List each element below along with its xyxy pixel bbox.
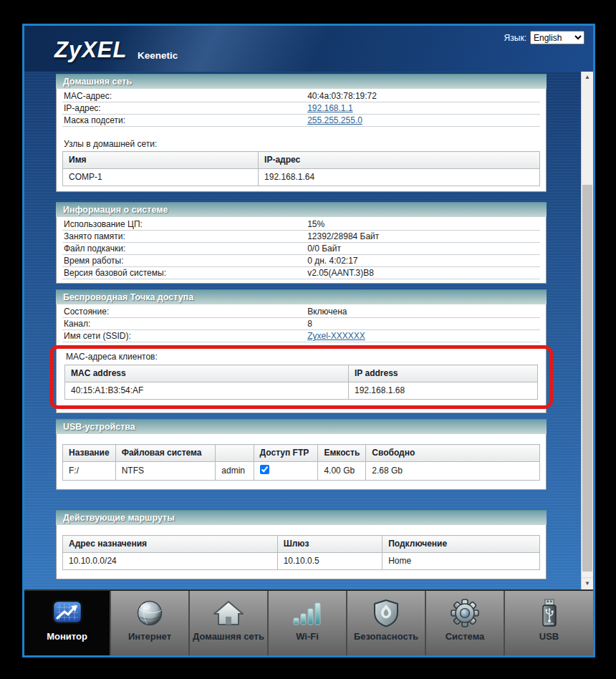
row-label: Файл подкачки: (62, 243, 307, 254)
section-usb-devices: USB-устройства Название Файловая система… (56, 419, 547, 490)
row-label: MAC-адрес: (62, 90, 307, 102)
section-title: Домашняя сеть (56, 74, 547, 89)
tab-security[interactable]: Безопасность (347, 591, 426, 655)
row-label: Канал: (62, 318, 307, 329)
column-header: Файловая система (115, 445, 216, 462)
info-row: Состояние: Включена (62, 306, 540, 318)
usb-capacity: 4.00 Gb (318, 462, 366, 481)
tab-label: Домашняя сеть (193, 631, 264, 642)
tab-label: Wi-Fi (296, 631, 319, 642)
row-label: Время работы: (62, 255, 307, 266)
row-label: Версия базовой системы: (62, 267, 307, 279)
hosts-table: Имя IP-адрес COMP-1 192.168.1.64 (62, 151, 540, 186)
scroll-up-button[interactable]: ▲ (582, 72, 593, 83)
home-network-icon (213, 597, 244, 630)
subnet-mask-link[interactable]: 255.255.255.0 (307, 115, 362, 125)
table-row: 40:15:A1:B3:54:AF 192.168.1.68 (65, 382, 538, 400)
tab-system[interactable]: Система (426, 591, 505, 655)
tab-label: Безопасность (354, 631, 418, 642)
column-header: Доступ FTP (254, 445, 318, 462)
client-mac: 40:15:A1:B3:54:AF (65, 382, 349, 400)
ip-address-link[interactable]: 192.168.1.1 (307, 103, 352, 113)
section-title: USB-устройства (56, 419, 547, 434)
bottom-nav: Монитор Интернет (24, 589, 593, 655)
usb-volume-name: F:/ (63, 462, 116, 481)
info-row: Имя сети (SSID): Zyxel-XXXXXX (62, 330, 540, 342)
info-row: Использование ЦП: 15% (62, 218, 540, 231)
section-title: Действующие маршруты (56, 510, 547, 525)
system-icon (450, 597, 480, 630)
vertical-scrollbar[interactable]: ▲ ▼ (581, 72, 593, 589)
table-row: 10.10.0.0/24 10.10.0.5 Home (63, 553, 540, 570)
security-icon (372, 597, 400, 630)
info-row: MAC-адрес: 40:4a:03:78:19:72 (62, 90, 540, 102)
cpu-usage-value: 15% (307, 218, 324, 230)
content-area: Домашняя сеть MAC-адрес: 40:4a:03:78:19:… (24, 72, 593, 589)
tab-label: Монитор (47, 631, 87, 642)
info-row: Файл подкачки: 0/0 Байт (62, 243, 540, 255)
section-home-network: Домашняя сеть MAC-адрес: 40:4a:03:78:19:… (56, 74, 547, 192)
column-header: Емкость (318, 445, 366, 462)
section-title: Беспроводная Точка доступа (56, 289, 547, 304)
hosts-label: Узлы в домашней сети: (62, 139, 540, 150)
clients-label: MAC-адреса клиентов: (64, 352, 538, 362)
zyxel-logo: ZyXEL (54, 37, 127, 63)
language-selector-group: Язык: English (504, 31, 584, 44)
usb-devices-table: Название Файловая система Доступ FTP Емк… (62, 444, 540, 481)
column-header: Свободно (366, 445, 540, 462)
model-name: Keenetic (138, 50, 178, 61)
info-row: Канал: 8 (62, 318, 540, 330)
language-label: Язык: (504, 33, 526, 43)
info-row: Занято памяти: 12392/28984 Байт (62, 231, 540, 243)
tab-monitor[interactable]: Монитор (24, 591, 111, 655)
info-row: IP-адрес: 192.168.1.1 (62, 102, 540, 115)
wifi-state-value: Включена (307, 306, 347, 317)
column-header: Адрес назначения (63, 536, 278, 553)
routes-table: Адрес назначения Шлюз Подключение 10.10.… (62, 535, 540, 570)
firmware-version-value: v2.05(AANT.3)B8 (307, 267, 374, 279)
host-name: COMP-1 (63, 169, 259, 186)
usb-free-space: 2.68 Gb (366, 462, 540, 481)
info-row: Время работы: 0 дн. 4:02:17 (62, 255, 540, 267)
section-wireless-ap: Беспроводная Точка доступа Состояние: Вк… (56, 289, 547, 413)
internet-icon (135, 597, 164, 630)
row-label: Использование ЦП: (62, 218, 307, 230)
column-header: MAC address (65, 365, 349, 382)
table-row: COMP-1 192.168.1.64 (63, 169, 540, 186)
row-label: IP-адрес: (62, 102, 307, 114)
uptime-value: 0 дн. 4:02:17 (307, 255, 357, 266)
tab-usb[interactable]: USB (505, 591, 593, 655)
ssid-link[interactable]: Zyxel-XXXXXX (307, 331, 365, 341)
language-select[interactable]: English (530, 31, 584, 44)
tab-home-network[interactable]: Домашняя сеть (190, 591, 269, 655)
column-header: IP address (349, 365, 538, 382)
host-ip: 192.168.1.64 (259, 169, 540, 186)
tab-label: Система (446, 631, 485, 642)
tab-label: USB (539, 631, 559, 642)
wifi-clients-table: MAC address IP address 40:15:A1:B3:54:AF… (64, 365, 538, 400)
wifi-channel-value: 8 (307, 318, 312, 329)
info-row: Версия базовой системы: v2.05(AANT.3)B8 (62, 267, 540, 279)
column-header: Название (63, 445, 116, 462)
route-gateway: 10.10.0.5 (277, 553, 382, 570)
row-label: Имя сети (SSID): (62, 330, 307, 342)
tab-label: Интернет (128, 631, 171, 642)
column-header: IP-адрес (259, 152, 540, 169)
usb-filesystem: NTFS (115, 462, 216, 481)
table-row: F:/ NTFS admin 4.00 Gb 2.68 Gb (63, 462, 540, 481)
router-admin-window: ZyXEL Keenetic Язык: English Домашняя се… (22, 24, 595, 658)
row-label: Состояние: (62, 306, 307, 317)
red-highlight-annotation: MAC-адреса клиентов: MAC address IP addr… (49, 345, 553, 409)
scrollbar-thumb[interactable] (582, 185, 592, 572)
section-title: Информация о системе (56, 202, 547, 217)
ftp-checkbox[interactable] (260, 465, 269, 474)
usb-user: admin (216, 462, 254, 481)
tab-wifi[interactable]: Wi-Fi (269, 591, 347, 655)
column-header: Имя (63, 152, 259, 169)
scroll-down-button[interactable]: ▼ (582, 577, 593, 589)
info-row: Маска подсети: 255.255.255.0 (62, 115, 540, 127)
route-interface: Home (382, 553, 540, 570)
tab-internet[interactable]: Интернет (111, 591, 190, 655)
row-value: 40:4a:03:78:19:72 (307, 90, 377, 102)
app-header: ZyXEL Keenetic Язык: English (24, 26, 593, 72)
